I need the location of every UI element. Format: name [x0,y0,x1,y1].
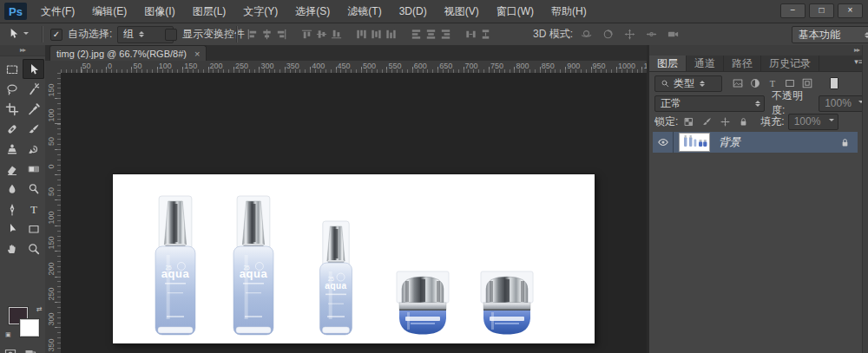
dist-right-icon[interactable] [438,27,453,42]
align-left-icon[interactable] [245,27,260,42]
ruler-label: 300 [260,62,273,70]
align-bottom-icon[interactable] [329,27,344,42]
ruler-tick [361,67,362,73]
tool-magic-wand[interactable] [23,79,44,99]
tool-rectangular-marquee[interactable] [1,59,23,79]
swap-colors-icon[interactable]: ⇄ [36,305,43,313]
slide-3d-icon[interactable] [644,27,659,42]
tool-path-selection[interactable] [1,219,23,239]
ruler-label: 50 [133,62,141,70]
separator [236,26,238,42]
dist-top-icon[interactable] [354,27,369,42]
adjustment-icon[interactable] [746,76,764,91]
filter-toggle[interactable] [830,77,838,89]
menubar-item[interactable]: 选择(S) [286,0,339,23]
ruler-label: 750 [490,62,503,70]
lock-small-icon[interactable] [737,114,750,129]
auto-select-checkbox[interactable]: ✓ [50,29,62,41]
tool-hand[interactable] [1,239,23,258]
ruler-corner[interactable] [45,61,62,74]
menubar-item[interactable]: 图层(L) [184,0,235,23]
menubar-item[interactable]: 滤镜(T) [339,0,390,23]
menubar-item[interactable]: 文件(F) [32,0,83,23]
ruler-tick [591,67,592,73]
layer-visibility-toggle[interactable] [653,132,674,153]
ruler-label: 700 [465,62,478,70]
checkerboard-icon[interactable] [682,114,695,129]
workspace-switcher[interactable]: 基本功能 [792,26,868,43]
layer-filter-dropdown[interactable]: 类型 [654,75,722,92]
align-top-icon[interactable] [299,27,314,42]
minimize-button[interactable]: − [780,3,806,18]
tool-move[interactable] [23,59,44,79]
canvas[interactable]: 25aqua25aqua25aqua [113,174,595,343]
menubar-item[interactable]: 图像(I) [135,0,183,23]
show-transform-checkbox[interactable] [165,29,177,41]
fill-value[interactable]: 100% [788,114,838,130]
dist-middle-icon[interactable] [369,27,384,42]
tool-dodge[interactable] [23,179,44,199]
dist-center-h-icon[interactable] [424,27,438,42]
menubar-item[interactable]: 窗口(W) [488,0,542,23]
document-viewport[interactable]: 25aqua25aqua25aqua [61,73,647,353]
document-tab[interactable]: timg (2).jpg @ 66.7%(RGB/8#) × [49,45,207,62]
svg-text:aqua: aqua [161,267,190,280]
tool-crop[interactable] [1,99,23,119]
tool-rectangle-shape[interactable] [23,219,44,239]
tab-close-icon[interactable]: × [194,49,200,59]
menubar-item[interactable]: 视图(V) [436,0,488,23]
menubar-item[interactable]: 3D(D) [391,0,436,23]
tool-zoom[interactable] [23,239,44,258]
maximize-button[interactable]: □ [809,3,834,18]
quick-mask-icon[interactable] [3,347,17,353]
layer-row[interactable]: 背景 [653,132,858,153]
move-tool-preset[interactable] [7,23,29,45]
document-tab-strip: timg (2).jpg @ 66.7%(RGB/8#) × [45,45,647,62]
menubar-item[interactable]: 帮助(H) [542,0,595,23]
options-bar: ✓ 自动选择: 组 显示变换控件 3D 模式: 基本功能 [0,23,868,46]
align-right-icon[interactable] [274,27,289,42]
image-frame-icon[interactable] [729,76,746,91]
tool-eyedropper[interactable] [23,99,44,119]
orbit-3d-icon[interactable] [579,27,594,42]
align-center-h-icon[interactable] [260,27,274,42]
move-small-icon[interactable] [719,114,732,129]
tool-blur[interactable] [1,179,23,199]
panel-tab-路径[interactable]: 路径 [724,56,761,71]
dist-heights-icon[interactable] [478,27,493,42]
tool-history-brush[interactable] [23,139,44,159]
dist-bottom-icon[interactable] [384,27,398,42]
menubar-item[interactable]: 文字(Y) [234,0,286,23]
toolbox-collapse-control[interactable]: ▸▸ [0,45,45,56]
dist-widths-icon[interactable] [464,27,478,42]
tool-pen[interactable] [1,199,23,219]
ruler-label: 300 [47,311,56,327]
layer-thumbnail[interactable] [679,133,710,152]
tool-clone-stamp[interactable] [1,139,23,159]
panel-tab-图层[interactable]: 图层 [649,56,687,71]
panel-tab-历史记录[interactable]: 历史记录 [761,56,819,71]
svg-text:T: T [30,202,37,215]
close-button[interactable]: × [838,3,863,18]
screen-mode-icon[interactable] [23,347,37,353]
dist-left-icon[interactable] [409,27,424,42]
tool-brush[interactable] [23,119,44,139]
roll-3d-icon[interactable] [601,27,615,42]
vertical-ruler[interactable]: 15010050050100150200250300350400450 [45,73,62,353]
camera-3d-icon[interactable] [666,27,681,42]
tool-lasso[interactable] [1,79,23,99]
align-middle-v-icon[interactable] [314,27,329,42]
tool-eraser[interactable] [1,159,23,179]
horizontal-ruler[interactable]: 5005010015020025030035040045050055060065… [61,61,647,74]
background-color-swatch[interactable] [20,319,39,337]
default-colors-icon[interactable]: ▣ [5,331,11,338]
tool-spot-healing-brush[interactable] [1,119,23,139]
tool-type[interactable]: T [23,199,44,219]
menubar-item[interactable]: 编辑(E) [83,0,135,23]
pan-3d-icon[interactable] [622,27,637,42]
panel-tab-通道[interactable]: 通道 [687,56,724,71]
opacity-value[interactable]: 100% [819,95,868,112]
blend-mode-dropdown[interactable]: 正常 [654,95,765,112]
tool-gradient[interactable] [23,159,44,179]
brush-small-icon[interactable] [700,114,713,129]
